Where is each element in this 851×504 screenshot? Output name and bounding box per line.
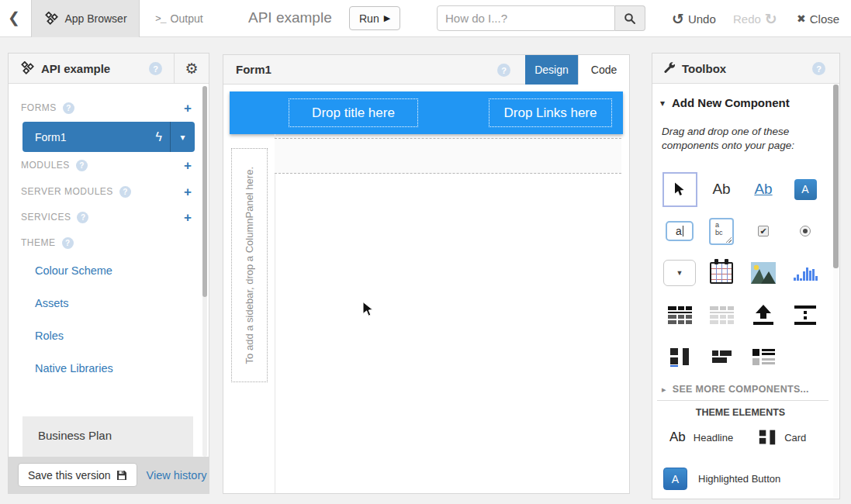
component-columnpanel[interactable] — [659, 336, 701, 378]
toolbox-scrollbar-thumb[interactable] — [833, 85, 839, 268]
component-datagrid[interactable] — [659, 294, 701, 336]
component-flowpanel[interactable] — [701, 336, 742, 378]
search-input[interactable] — [437, 5, 615, 31]
toolbox-scrollbar[interactable] — [833, 85, 839, 498]
cubes-icon — [43, 12, 59, 26]
form1-main[interactable]: Form1 ϟ — [22, 122, 170, 152]
save-version-label: Save this version — [28, 469, 111, 482]
terminal-icon: >_ — [155, 13, 166, 25]
chevron-down-icon: ▾ — [660, 98, 665, 109]
add-service-button[interactable]: + — [184, 211, 192, 224]
sidebar-item-colour-scheme[interactable]: Colour Scheme — [35, 264, 112, 277]
textbox-glyph: a — [676, 225, 682, 237]
component-image[interactable] — [742, 252, 784, 294]
help-icon[interactable]: ? — [149, 62, 162, 75]
highlighted-button-label: Highlighted Button — [698, 473, 780, 485]
run-button[interactable]: Run ▶ — [349, 6, 400, 30]
help-icon[interactable]: ? — [63, 102, 74, 114]
theme-item-highlighted-button[interactable]: A Highlighted Button — [663, 468, 780, 490]
close-button[interactable]: ✖ Close — [797, 0, 839, 37]
form-designer-panel: Form1 ? Design Code Drop title here Drop… — [223, 54, 630, 494]
component-datarowpanel[interactable] — [701, 294, 742, 336]
section-modules: MODULES ? + — [21, 159, 198, 171]
search-group — [437, 5, 645, 31]
drop-zone-indicator[interactable] — [275, 138, 621, 174]
tab-code[interactable]: Code — [578, 55, 629, 85]
component-textbox[interactable]: a — [659, 210, 701, 252]
resize-handle-icon — [726, 237, 732, 243]
tab-app-browser[interactable]: App Browser — [31, 0, 140, 37]
app-browser-label: App Browser — [64, 12, 126, 25]
see-more-components-link[interactable]: ▸ SEE MORE COMPONENTS... — [662, 384, 809, 395]
drop-links-zone[interactable]: Drop Links here — [489, 98, 612, 127]
close-label: Close — [810, 12, 839, 26]
help-icon[interactable]: ? — [62, 237, 74, 249]
undo-icon: ↺ — [672, 12, 684, 26]
sidebar-scrollbar[interactable] — [202, 86, 207, 457]
upload-icon — [753, 305, 773, 325]
component-spacer[interactable] — [784, 294, 826, 336]
textarea-glyph-bc: bc — [715, 229, 732, 237]
flow-panel-icon — [712, 350, 732, 363]
component-checkbox[interactable]: ✔ — [742, 210, 784, 252]
undo-button[interactable]: ↺ Undo — [672, 0, 716, 37]
component-fileloader[interactable] — [742, 294, 784, 336]
component-radiobutton[interactable] — [784, 210, 826, 252]
form1-dropdown-button[interactable]: ▾ — [170, 122, 195, 152]
canvas-header: Form1 ? Design Code — [223, 55, 629, 85]
help-icon[interactable]: ? — [119, 186, 131, 198]
tab-design[interactable]: Design — [525, 55, 578, 85]
sidebar-item-roles[interactable]: Roles — [35, 330, 64, 342]
search-button[interactable] — [615, 5, 645, 31]
back-chevron-icon[interactable]: ❮ — [8, 9, 20, 26]
drop-links-label: Drop Links here — [503, 105, 597, 121]
section-services: SERVICES ? + — [21, 211, 198, 223]
form-navbar[interactable]: Drop title here Drop Links here — [230, 91, 623, 134]
app-title: API example — [248, 9, 332, 26]
drop-title-zone[interactable]: Drop title here — [289, 98, 418, 127]
component-datepicker[interactable] — [701, 252, 742, 294]
business-plan-item[interactable]: Business Plan — [22, 416, 193, 458]
component-select-tool[interactable] — [659, 168, 701, 210]
sidebar-item-assets[interactable]: Assets — [35, 297, 69, 309]
theme-item-card[interactable]: Card — [758, 429, 806, 446]
button-glyph: A — [794, 179, 817, 200]
section-forms: FORMS ? + — [21, 102, 198, 114]
help-icon[interactable]: ? — [812, 62, 825, 75]
dropdown-caret-icon: ▼ — [676, 269, 683, 277]
sidebar-item-native-libraries[interactable]: Native Libraries — [35, 362, 113, 375]
business-plan-label: Business Plan — [38, 429, 112, 442]
sidebar-app-title: API example — [41, 62, 110, 75]
save-version-button[interactable]: Save this version — [18, 463, 137, 487]
redo-button[interactable]: Redo ↻ — [733, 0, 777, 37]
component-dropdown[interactable]: ▼ — [659, 252, 701, 294]
settings-gear-button[interactable]: ⚙ — [174, 54, 209, 83]
component-textarea[interactable]: a bc — [701, 210, 742, 252]
chevron-down-icon: ▾ — [180, 132, 185, 143]
label-glyph: Ab — [712, 181, 730, 198]
form1-item[interactable]: Form1 ϟ ▾ — [22, 122, 195, 152]
cubes-icon — [19, 61, 35, 75]
component-button[interactable]: A — [784, 168, 826, 210]
add-module-button[interactable]: + — [184, 159, 192, 172]
component-grid: Ab Ab A a a bc ✔ — [659, 168, 826, 378]
mouse-cursor — [362, 302, 375, 318]
undo-label: Undo — [688, 12, 716, 26]
add-server-module-button[interactable]: + — [184, 185, 192, 198]
help-icon[interactable]: ? — [77, 212, 88, 223]
help-icon[interactable]: ? — [497, 64, 510, 77]
help-icon[interactable]: ? — [76, 160, 88, 171]
add-new-component-toggle[interactable]: ▾ Add New Component — [660, 96, 790, 109]
run-label: Run — [359, 12, 379, 25]
theme-item-headline[interactable]: Headline — [694, 432, 733, 444]
tab-output[interactable]: >_ Output — [147, 0, 211, 37]
view-history-link[interactable]: View history — [147, 469, 207, 482]
columnpanel-drop-hint[interactable]: To add a sidebar, drop a ColumnPanel her… — [231, 148, 268, 382]
sidebar-scrollbar-thumb[interactable] — [202, 86, 207, 297]
radio-icon — [800, 226, 811, 236]
component-repeatingpanel[interactable] — [742, 336, 784, 378]
add-form-button[interactable]: + — [184, 102, 192, 115]
component-link[interactable]: Ab — [742, 168, 784, 210]
component-label[interactable]: Ab — [701, 168, 742, 210]
component-plot[interactable] — [784, 252, 826, 294]
